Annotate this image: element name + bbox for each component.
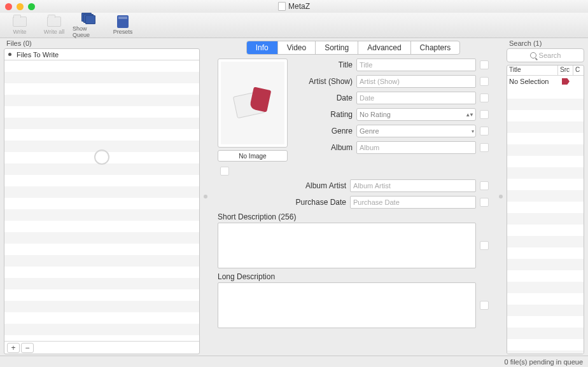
title-label: Title — [295, 60, 353, 69]
files-to-write-header[interactable]: Files To Write — [4, 49, 199, 60]
tab-sorting[interactable]: Sorting — [316, 41, 358, 54]
tab-info[interactable]: Info — [247, 41, 278, 54]
queue-icon — [81, 13, 95, 24]
folder-icon — [47, 17, 61, 27]
short-desc-label: Short Description (256) — [218, 212, 489, 221]
genre-label: Genre — [295, 127, 353, 135]
result-row[interactable]: No Selection — [507, 76, 584, 87]
tab-advanced[interactable]: Advanced — [358, 41, 410, 54]
album-label: Album — [295, 143, 353, 152]
folder-icon — [13, 17, 27, 27]
search-header: Search (1) — [507, 38, 584, 48]
album-input[interactable] — [356, 141, 476, 154]
col-src[interactable]: Src — [558, 66, 573, 75]
search-icon — [530, 52, 536, 59]
toolbar: Write Write all Show Queue Presets — [0, 13, 588, 38]
splitter-right[interactable] — [499, 195, 503, 198]
files-header: Files (0) — [4, 38, 200, 48]
titlebar: MetaZ — [0, 0, 588, 13]
artwork-checkbox[interactable] — [220, 167, 229, 176]
chevron-down-icon: ▾ — [472, 128, 473, 134]
album-artist-input[interactable] — [350, 179, 476, 192]
files-list: Files To Write + − — [4, 48, 200, 354]
window-title: MetaZ — [288, 2, 310, 11]
short-desc-checkbox[interactable] — [480, 241, 489, 250]
date-input[interactable] — [356, 92, 476, 104]
spinner-icon — [94, 149, 109, 165]
col-title[interactable]: Title — [507, 66, 558, 75]
tab-video[interactable]: Video — [278, 41, 316, 54]
rating-label: Rating — [295, 110, 353, 119]
write-all-button[interactable]: Write all — [38, 15, 70, 35]
show-queue-button[interactable]: Show Queue — [73, 12, 104, 38]
title-input[interactable] — [356, 59, 476, 71]
rating-checkbox[interactable] — [480, 110, 489, 119]
long-desc-label: Long Description — [218, 272, 489, 281]
col-c[interactable]: C — [573, 66, 584, 75]
artist-label: Artist (Show) — [295, 77, 353, 86]
purchase-date-checkbox[interactable] — [480, 198, 489, 207]
search-input[interactable]: Search — [507, 48, 584, 62]
album-checkbox[interactable] — [480, 143, 489, 152]
album-artist-checkbox[interactable] — [480, 181, 489, 190]
updown-icon: ▲▼ — [465, 112, 473, 118]
date-checkbox[interactable] — [480, 93, 489, 102]
genre-select[interactable]: Genre ▾ — [356, 125, 476, 137]
title-checkbox[interactable] — [480, 60, 489, 69]
album-artist-label: Album Artist — [218, 181, 346, 190]
files-body[interactable] — [4, 60, 199, 341]
remove-file-button[interactable]: − — [21, 343, 34, 353]
dot-icon — [8, 53, 11, 56]
results-body[interactable] — [507, 87, 584, 354]
add-file-button[interactable]: + — [7, 343, 20, 353]
presets-icon — [117, 15, 129, 28]
purchase-date-label: Purchase Date — [218, 198, 346, 207]
tab-group: Info Video Sorting Advanced Chapters — [246, 41, 461, 55]
artwork-well[interactable] — [218, 59, 288, 148]
source-tag-icon — [562, 78, 570, 85]
genre-checkbox[interactable] — [480, 127, 489, 135]
splitter-left[interactable] — [204, 195, 207, 198]
rating-select[interactable]: No Rating ▲▼ — [356, 108, 476, 121]
queue-status: 0 file(s) pending in queue — [504, 358, 583, 366]
long-desc-checkbox[interactable] — [480, 301, 489, 310]
no-image-button[interactable]: No Image — [218, 150, 288, 162]
document-icon — [278, 2, 286, 11]
artist-input[interactable] — [356, 75, 476, 88]
artwork-placeholder-icon — [234, 87, 272, 119]
tab-chapters[interactable]: Chapters — [411, 41, 460, 54]
write-button[interactable]: Write — [4, 15, 36, 35]
long-desc-textarea[interactable] — [218, 282, 476, 328]
status-bar: 0 file(s) pending in queue — [0, 356, 588, 367]
purchase-date-input[interactable] — [350, 196, 476, 209]
date-label: Date — [295, 93, 353, 102]
short-desc-textarea[interactable] — [218, 223, 476, 268]
presets-button[interactable]: Presets — [107, 15, 139, 35]
artist-checkbox[interactable] — [480, 77, 489, 86]
search-results: Title Src C No Selection — [507, 65, 584, 354]
